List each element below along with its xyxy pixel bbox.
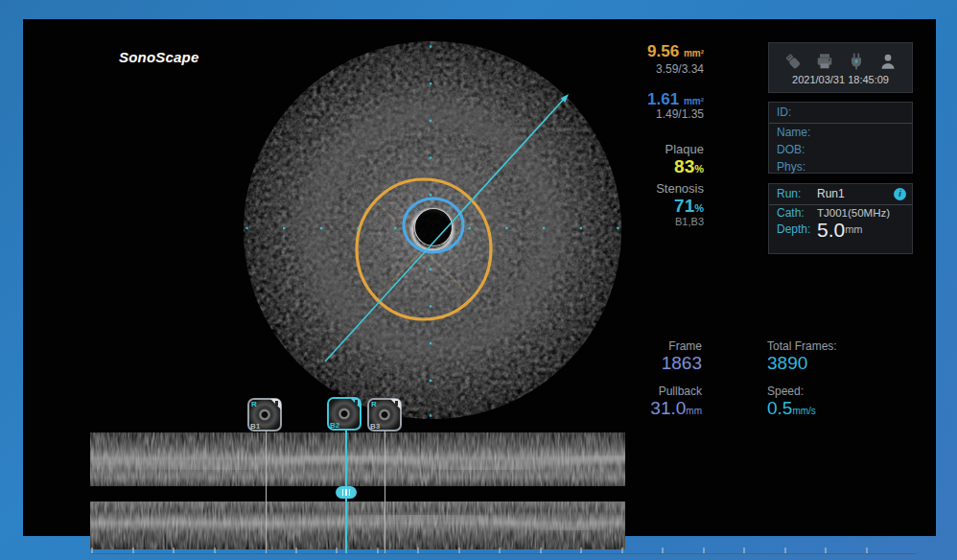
bookmark-fold-notch	[355, 400, 358, 405]
bookmark-thumb-b2[interactable]: B2	[327, 397, 362, 431]
patient-info-panel: ID: Name: DOB: Phys:	[768, 102, 913, 174]
printer-icon[interactable]	[815, 52, 834, 71]
total-frames-value: 3890	[767, 353, 807, 374]
speed-value: 0.5mm/s	[767, 398, 816, 419]
depth-value: 5.0	[817, 222, 845, 238]
pullback-value: 31.0mm	[650, 398, 702, 419]
patient-phys-label: Phys:	[769, 158, 912, 175]
user-icon[interactable]	[878, 52, 898, 71]
vessel-diameters: 3.59/3.34	[656, 62, 704, 76]
system-icon-row	[769, 52, 912, 71]
vessel-area-unit: mm²	[684, 48, 704, 58]
datetime-display: 2021/03/31 18:45:09	[769, 74, 912, 85]
system-panel: 2021/03/31 18:45:09	[768, 42, 913, 93]
pullback-label: Pullback	[659, 385, 702, 398]
stenosis-label: Stenosis	[656, 181, 704, 196]
patient-dob-label: DOB:	[769, 141, 912, 158]
stenosis-value: 71%	[674, 196, 704, 217]
cath-label: Cath:	[777, 205, 817, 222]
run-selector-row[interactable]: Run: Run1 i	[769, 184, 912, 205]
run-label: Run:	[777, 186, 817, 202]
lumen-area-number: 1.61	[647, 90, 679, 108]
bookmark-label: B2	[330, 421, 339, 430]
bookmark-fold-notch	[395, 401, 398, 406]
lumen-diameters: 1.49/1.35	[656, 107, 704, 121]
usb-icon[interactable]	[783, 52, 803, 71]
frame-scrub-handle[interactable]	[336, 486, 357, 499]
depth-row: Depth: 5.0 mm	[769, 222, 912, 238]
ild-strip-bottom[interactable]	[90, 502, 625, 549]
ivus-cross-section-image[interactable]	[239, 36, 626, 424]
bookmark-label: B1	[250, 422, 260, 431]
pullback-ruler-baseline	[90, 553, 917, 554]
bookmark-thumb-b1[interactable]: R B1	[247, 398, 282, 432]
handle-grip	[342, 489, 344, 496]
longitudinal-view[interactable]	[90, 432, 625, 549]
run-value: Run1	[817, 186, 845, 202]
vessel-area-number: 9.56	[647, 42, 679, 60]
lumen-area-unit: mm²	[684, 96, 704, 106]
speed-number: 0.5	[767, 398, 792, 418]
bookmark-line-b1	[266, 431, 267, 554]
handle-grip	[349, 489, 351, 496]
patient-name-label: Name:	[769, 124, 912, 141]
bookmark-fold-notch	[275, 401, 278, 406]
lumen-area-value: 1.61 mm²	[647, 90, 704, 109]
frame-value: 1863	[662, 353, 702, 374]
info-icon[interactable]: i	[894, 188, 906, 200]
vessel-area-value: 9.56 mm²	[647, 42, 704, 61]
bookmark-thumb-b3[interactable]: R B3	[367, 398, 402, 432]
pullback-unit: mm	[686, 406, 702, 416]
stenosis-unit: %	[694, 202, 704, 214]
brand-logo: SonoScape	[119, 49, 199, 65]
main-screen: SonoScape	[23, 19, 936, 536]
app-frame: SonoScape	[0, 0, 957, 560]
bookmark-label: B3	[370, 422, 380, 431]
bookmark-line-b3	[385, 431, 385, 554]
stenosis-number: 71	[674, 196, 694, 216]
stenosis-reference-frames: B1,B3	[675, 216, 704, 227]
frame-label: Frame	[668, 339, 702, 353]
pullback-number: 31.0	[650, 398, 686, 418]
depth-label: Depth:	[777, 222, 817, 238]
plaque-label: Plaque	[665, 142, 704, 156]
plaque-number: 83	[674, 156, 694, 176]
speed-label: Speed:	[767, 385, 804, 398]
plaque-unit: %	[694, 163, 704, 175]
speed-unit: mm/s	[792, 406, 815, 416]
patient-id-label: ID:	[769, 103, 912, 124]
handle-grip	[345, 489, 347, 496]
ild-strip-top[interactable]	[90, 432, 625, 486]
run-info-panel: Run: Run1 i Cath: TJ001(50MHz) Depth: 5.…	[768, 183, 913, 254]
power-icon[interactable]	[847, 52, 866, 71]
plaque-value: 83%	[674, 156, 704, 177]
bookmark-r-marker: R	[251, 400, 257, 408]
depth-unit: mm	[845, 222, 862, 238]
bookmark-r-marker: R	[371, 400, 377, 408]
total-frames-label: Total Frames:	[767, 339, 837, 353]
